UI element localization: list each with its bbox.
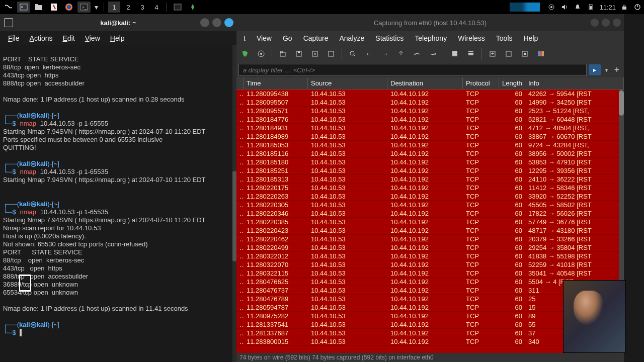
maximize-button[interactable]	[602, 19, 610, 27]
packet-row[interactable]: …11.28018477610.44.10.5310.44.10.192TCP6…	[236, 115, 624, 124]
menu-edit-partial[interactable]: t	[238, 33, 251, 43]
menu-telephony[interactable]: Telephony	[410, 33, 452, 43]
close-file-icon[interactable]	[308, 47, 321, 60]
kali-menu-icon[interactable]	[2, 2, 15, 13]
packet-row[interactable]: …11.28009550710.44.10.5310.44.10.192TCP6…	[236, 98, 624, 107]
col-protocol[interactable]: Protocol	[463, 77, 499, 89]
minimize-button[interactable]	[591, 19, 599, 27]
capture-options-icon[interactable]	[255, 47, 268, 60]
packet-row[interactable]: …11.28018518010.44.10.5310.44.10.192TCP6…	[236, 158, 624, 166]
forward-icon[interactable]: →	[378, 47, 391, 60]
window-list-icon[interactable]	[17, 2, 30, 13]
last-packet-icon[interactable]: ⤻	[427, 47, 440, 60]
close-button[interactable]	[224, 18, 233, 27]
power-icon[interactable]	[633, 3, 642, 12]
workspace-3[interactable]: 3	[136, 2, 148, 13]
auto-scroll-icon[interactable]	[464, 47, 477, 60]
terminal-icon[interactable]: >_	[77, 2, 91, 13]
battery-icon[interactable]	[586, 3, 595, 12]
display-filter-input[interactable]	[238, 64, 587, 76]
start-capture-icon[interactable]	[238, 47, 252, 60]
packet-row[interactable]: …11.28018511610.44.10.5310.44.10.192TCP6…	[236, 149, 624, 158]
zoom-in-icon[interactable]: +	[486, 47, 499, 60]
menu-capture[interactable]: Capture	[298, 33, 334, 43]
menu-analyze[interactable]: Analyze	[334, 33, 369, 43]
packet-row[interactable]: …11.28018493110.44.10.5310.44.10.192TCP6…	[236, 124, 624, 132]
firefox-icon[interactable]	[62, 2, 75, 13]
zoom-reset-icon[interactable]	[518, 47, 531, 60]
menu-wireless[interactable]: Wireless	[453, 33, 490, 43]
term-launcher-icon[interactable]	[171, 2, 184, 13]
maximize-button[interactable]	[212, 18, 221, 27]
files-icon[interactable]	[32, 2, 45, 13]
col-length[interactable]: Length	[499, 77, 525, 89]
find-icon[interactable]	[346, 47, 359, 60]
packet-row[interactable]: …11.28032201210.44.10.5310.44.10.192TCP6…	[236, 252, 624, 260]
zoom-out-icon[interactable]: -	[502, 47, 515, 60]
dropdown-icon[interactable]: ▾	[93, 2, 100, 13]
menu-help[interactable]: Help	[106, 33, 129, 43]
first-packet-icon[interactable]: ⤺	[411, 47, 424, 60]
terminal-body[interactable]: PORT STATE SERVICE 88/tcp open kerberos-…	[0, 45, 236, 362]
packet-row[interactable]: …11.28032211510.44.10.5310.44.10.192TCP6…	[236, 269, 624, 278]
packet-row[interactable]: …11.28022017510.44.10.5310.44.10.192TCP6…	[236, 184, 624, 192]
packet-row[interactable]: …11.28022030510.44.10.5310.44.10.192TCP6…	[236, 201, 624, 209]
filter-add-button[interactable]: +	[612, 65, 622, 75]
packet-row[interactable]: …11.28018525110.44.10.5310.44.10.192TCP6…	[236, 166, 624, 175]
jump-icon[interactable]	[394, 47, 408, 60]
reload-icon[interactable]	[325, 47, 338, 60]
svg-rect-28	[452, 53, 457, 55]
col-no[interactable]	[236, 77, 244, 89]
packet-row[interactable]: …11.28018498910.44.10.5310.44.10.192TCP6…	[236, 132, 624, 141]
packet-row[interactable]: …11.28022046210.44.10.5310.44.10.192TCP6…	[236, 235, 624, 243]
back-icon[interactable]: ←	[362, 47, 375, 60]
packet-row[interactable]: …11.28022026310.44.10.5310.44.10.192TCP6…	[236, 192, 624, 201]
terminal-scrollbar[interactable]	[232, 45, 236, 362]
col-info[interactable]: Info	[525, 77, 624, 89]
menu-help[interactable]: Help	[519, 33, 543, 43]
open-file-icon[interactable]	[276, 47, 289, 60]
menu-statistics[interactable]: Statistics	[370, 33, 409, 43]
packet-row[interactable]: …11.28009557110.44.10.5310.44.10.192TCP6…	[236, 107, 624, 115]
save-file-icon[interactable]	[292, 47, 305, 60]
packet-row[interactable]: …11.28018505310.44.10.5310.44.10.192TCP6…	[236, 141, 624, 149]
splitter-grip-icon[interactable]: ::::	[426, 353, 434, 358]
packet-row[interactable]: …11.28018531310.44.10.5310.44.10.192TCP6…	[236, 175, 624, 184]
menu-go[interactable]: Go	[278, 33, 297, 43]
menu-view[interactable]: View	[252, 33, 277, 43]
wireshark-toolbar: ← → ⤺ ⤻ + -	[236, 45, 624, 62]
terminal-titlebar[interactable]: kali@kali: ~	[0, 14, 236, 31]
filter-bookmark-button[interactable]: ▸	[589, 64, 601, 75]
workspace-2[interactable]: 2	[122, 2, 134, 13]
lock-icon[interactable]	[620, 3, 629, 12]
packet-row[interactable]: …11.28022038510.44.10.5310.44.10.192TCP6…	[236, 218, 624, 226]
packet-row[interactable]: …11.28022034610.44.10.5310.44.10.192TCP6…	[236, 209, 624, 218]
notifications-icon[interactable]	[573, 3, 582, 12]
workspace-4[interactable]: 4	[150, 2, 163, 13]
col-source[interactable]: Source	[308, 77, 387, 89]
colorize-icon[interactable]	[448, 47, 461, 60]
packet-row[interactable]: …11.28022042310.44.10.5310.44.10.192TCP6…	[236, 226, 624, 235]
app-icon[interactable]	[186, 2, 199, 13]
svg-rect-32	[468, 54, 473, 55]
menu-view[interactable]: View	[81, 33, 104, 43]
wireshark-titlebar[interactable]: Capturing from eth0 (host 10.44.10.53)	[236, 14, 624, 31]
volume-icon[interactable]	[560, 3, 569, 12]
minimize-button[interactable]	[200, 18, 209, 27]
close-button[interactable]	[613, 19, 621, 27]
clock[interactable]: 11:21	[599, 4, 616, 11]
resize-columns-icon[interactable]	[534, 47, 547, 60]
recording-icon[interactable]	[547, 3, 556, 12]
packet-row[interactable]: …11.28022049910.44.10.5310.44.10.192TCP6…	[236, 243, 624, 252]
packet-row[interactable]: …11.28009543810.44.10.5310.44.10.192TCP6…	[236, 89, 624, 98]
col-time[interactable]: Time	[244, 77, 308, 89]
menu-tools[interactable]: Tools	[491, 33, 518, 43]
col-destination[interactable]: Destination	[387, 77, 463, 89]
editor-icon[interactable]	[47, 2, 60, 13]
menu-actions[interactable]: Actions	[26, 33, 57, 43]
menu-edit[interactable]: Edit	[59, 33, 79, 43]
workspace-1[interactable]: 1	[108, 2, 120, 13]
menu-file[interactable]: File	[4, 33, 24, 43]
filter-dropdown-icon[interactable]: ▾	[603, 64, 610, 75]
packet-row[interactable]: …11.28032207010.44.10.5310.44.10.192TCP6…	[236, 260, 624, 269]
